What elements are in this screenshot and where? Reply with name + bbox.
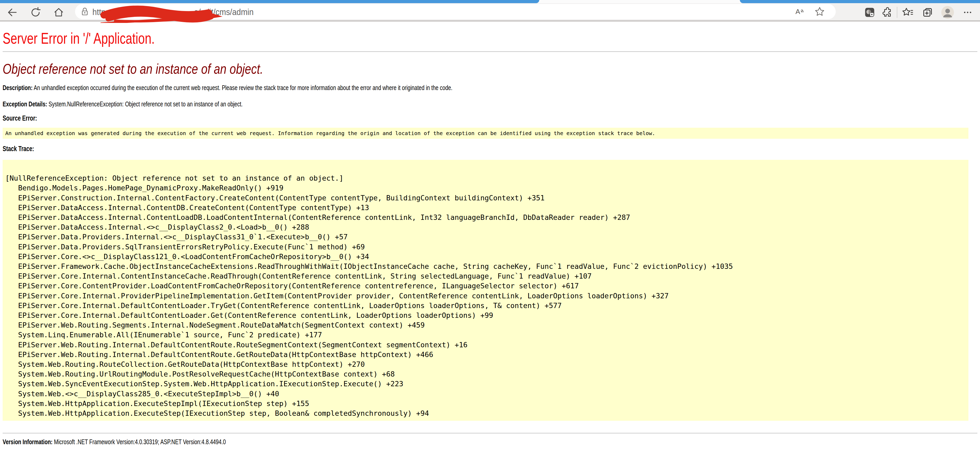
description-line: Description: An unhandled exception occu…: [3, 83, 727, 92]
ellipsis-icon: [962, 6, 974, 18]
source-error-label: Source Error:: [3, 114, 727, 122]
footer-divider: [3, 433, 977, 434]
home-button[interactable]: [52, 6, 65, 19]
tab-strip: [0, 0, 980, 3]
svg-text:A: A: [795, 8, 800, 16]
extensions-puzzle-button[interactable]: [880, 6, 893, 19]
toolbar-divider: [897, 7, 897, 18]
read-aloud-icon: A: [794, 6, 805, 17]
url-path: a/edit/cms/admin: [194, 7, 253, 17]
version-information-text: Microsoft .NET Framework Version:4.0.303…: [52, 438, 226, 446]
back-button[interactable]: [5, 6, 18, 19]
description-text: An unhandled exception occurred during t…: [33, 84, 453, 92]
version-information-line: Version Information: Microsoft .NET Fram…: [3, 438, 727, 446]
exception-details-label: Exception Details:: [3, 100, 47, 108]
tab-strip-accent-right: [740, 0, 980, 3]
exception-details-line: Exception Details: System.NullReferenceE…: [3, 100, 727, 108]
settings-menu-button[interactable]: [961, 6, 974, 19]
description-label: Description:: [3, 84, 33, 92]
version-information-label: Version Information:: [3, 438, 52, 446]
favorites-list-star-icon: [902, 6, 913, 18]
favorites-button[interactable]: [901, 6, 914, 19]
toolbar-right-icons: [863, 6, 974, 19]
refresh-button[interactable]: [29, 6, 42, 19]
favorite-star-button[interactable]: [813, 5, 826, 18]
page-title: Server Error in '/' Application.: [3, 30, 727, 47]
collections-add-icon: [922, 6, 933, 18]
url-bar[interactable]: https:// a/edit/cms/admin A: [75, 4, 836, 19]
tab-strip-accent-left: [0, 0, 539, 3]
padlock-glyph: [80, 6, 90, 17]
source-error-box: An unhandled exception was generated dur…: [3, 128, 969, 139]
star-icon: [814, 6, 825, 17]
refresh-icon: [30, 6, 41, 18]
stack-trace-box: [NullReferenceException: Object referenc…: [3, 160, 969, 421]
lock-icon[interactable]: [80, 6, 90, 17]
extension-app-icon: [864, 6, 876, 18]
arrow-left-icon: [6, 6, 18, 18]
extension-app-button[interactable]: [863, 6, 876, 19]
profile-avatar-button[interactable]: [941, 6, 954, 19]
error-page: Server Error in '/' Application. Object …: [0, 23, 980, 475]
read-aloud-button[interactable]: A: [793, 5, 806, 18]
stack-trace-label: Stack Trace:: [3, 145, 727, 153]
home-icon: [53, 6, 65, 18]
exception-details-text: System.NullReferenceException: Object re…: [47, 100, 242, 108]
url-scheme: https://: [92, 7, 116, 17]
browser-toolbar: https:// a/edit/cms/admin A: [0, 3, 980, 22]
avatar-icon: [941, 6, 954, 19]
active-tab-notch[interactable]: [539, 0, 740, 3]
error-subtitle: Object reference not set to an instance …: [3, 61, 775, 76]
collections-button[interactable]: [921, 6, 934, 19]
title-divider: [3, 51, 977, 52]
puzzle-icon: [881, 6, 892, 18]
